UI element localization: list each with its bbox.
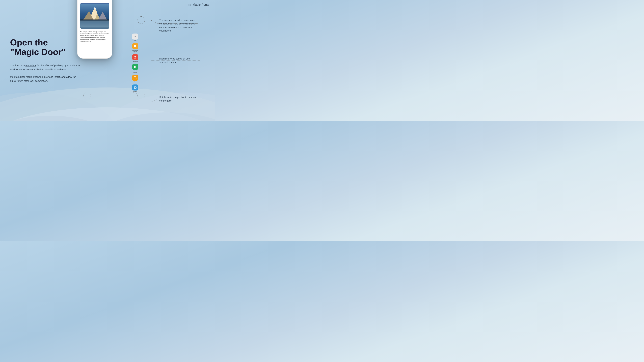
photo-caption: The Sunlight Golden Mount Qomolangma is … [80,31,109,42]
phone-screen: O The Most Desirable Places [78,0,112,58]
send-friends-icon[interactable] [132,64,138,70]
svg-point-25 [135,67,136,68]
left-content: Open the "Magic Door" The form is a meta… [10,38,80,83]
yoyo-label: YOYO [134,40,137,41]
annotation-top: The interface rounded corners are combin… [159,18,200,32]
favourites-icon[interactable] [132,43,138,49]
svg-point-22 [134,66,135,67]
svg-rect-21 [135,57,136,57]
corner-circle-tr [138,16,145,24]
sidebar-item-favourites[interactable]: FavouritesSpace [132,43,138,52]
corner-circle-br [138,92,145,99]
svg-rect-32 [134,87,136,88]
shopping-icon[interactable] [132,54,138,60]
sidebar-panel[interactable]: 👁 YOYO FavouritesSpace [132,33,138,94]
save-gallery-icon[interactable] [132,84,138,90]
shopping-label: Shopping [133,61,138,62]
branding: ⊡ Magic Portal [188,3,209,7]
svg-point-23 [135,66,136,67]
annotation-middle: Match services based on user-selected co… [159,57,200,64]
svg-line-40 [150,99,158,102]
description-2: Maintain user focus, keep the interface … [10,75,80,83]
svg-rect-19 [135,46,136,47]
annotation-bottom: Set the ratio perspective to be more com… [159,95,200,103]
sidebar-item-shopping[interactable]: Shopping [132,54,138,62]
save-gallery-label: Save toGallery [133,91,137,94]
sidebar-item-save-gallery[interactable]: Save toGallery [132,84,138,94]
svg-rect-18 [134,46,135,47]
app-name: Magic Portal [192,3,209,6]
magic-portal-icon: ⊡ [188,3,191,7]
svg-rect-17 [135,45,136,46]
annotation-middle-text: Match services based on user-selected co… [159,57,200,64]
main-content-area: O The Most Desirable Places [72,13,200,111]
sidebar-item-send-friends[interactable]: SendFriends [132,64,138,73]
svg-rect-13 [80,19,109,21]
notes-label: Notes [134,81,137,83]
svg-point-4 [0,116,118,121]
notes-icon[interactable] [132,75,138,81]
send-friends-label: SendFriends [133,70,137,73]
sidebar-item-yoyo[interactable]: 👁 YOYO [132,33,138,41]
description-1: The form is a metaphor for the effect of… [10,63,80,71]
article-title: The Most Desirable Places [80,0,109,1]
mountain-image [80,3,109,29]
svg-rect-20 [134,57,136,58]
svg-rect-16 [134,45,135,46]
annotation-bottom-text: Set the ratio perspective to be more com… [159,95,200,103]
main-title: Open the "Magic Door" [10,38,80,57]
sidebar-item-notes[interactable]: Notes [132,75,138,83]
title-line1: Open the [10,37,48,47]
mountain-svg [80,3,109,29]
svg-point-31 [136,78,136,78]
phone-device: O The Most Desirable Places [77,0,112,59]
title-line2: "Magic Door" [10,47,66,57]
favourites-label: FavouritesSpace [132,50,138,52]
svg-line-37 [150,20,158,23]
svg-point-5 [92,112,215,121]
yoyo-icon[interactable]: 👁 [132,33,138,39]
corner-circle-bl [84,92,91,99]
annotation-top-text: The interface rounded corners are combin… [159,18,200,32]
